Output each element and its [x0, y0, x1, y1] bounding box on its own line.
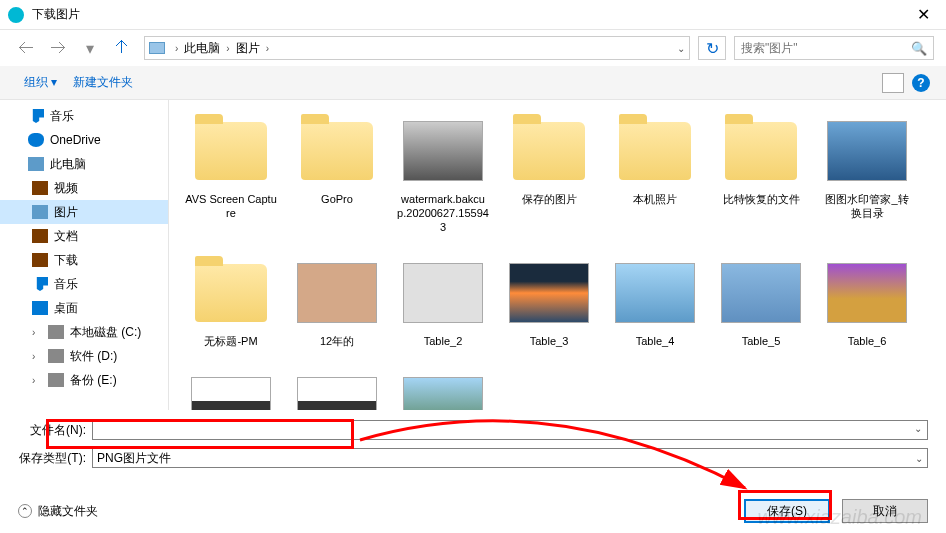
footer: ⌃ 隐藏文件夹 保存(S) 取消	[0, 489, 946, 533]
file-name: Table_4	[636, 334, 675, 348]
file-name: 图图水印管家_转换目录	[821, 192, 913, 220]
recent-dropdown[interactable]: ▾	[76, 36, 104, 60]
folder-icon	[301, 122, 373, 180]
sidebar-item-disk[interactable]: ›备份 (E:)	[0, 368, 168, 392]
sidebar-item-doc[interactable]: 文档	[0, 224, 168, 248]
file-item[interactable]	[397, 368, 489, 410]
search-box[interactable]: 🔍	[734, 36, 934, 60]
folder-icon	[619, 122, 691, 180]
sidebar-item-label: OneDrive	[50, 133, 101, 147]
file-item[interactable]: 图图水印管家_转换目录	[821, 112, 913, 234]
sidebar-item-label: 桌面	[54, 300, 78, 317]
sidebar-item-disk[interactable]: ›本地磁盘 (C:)	[0, 320, 168, 344]
image-thumbnail	[403, 121, 483, 181]
breadcrumb-item[interactable]: 此电脑	[182, 40, 222, 57]
hide-folders-toggle[interactable]: ⌃ 隐藏文件夹	[18, 503, 98, 520]
sidebar-item-pc[interactable]: 此电脑	[0, 152, 168, 176]
breadcrumb-dropdown[interactable]: ⌄	[677, 43, 685, 54]
chevron-right-icon: ›	[171, 43, 182, 54]
expand-icon: ›	[32, 375, 42, 386]
file-item[interactable]: 保存的图片	[503, 112, 595, 234]
file-name: watermark.bakcup.20200627.155943	[397, 192, 489, 234]
sidebar-item-music[interactable]: 音乐	[0, 104, 168, 128]
new-folder-button[interactable]: 新建文件夹	[65, 70, 141, 95]
breadcrumb[interactable]: › 此电脑 › 图片 › ⌄	[144, 36, 690, 60]
folder-icon	[195, 264, 267, 322]
sidebar-item-video[interactable]: 视频	[0, 176, 168, 200]
sidebar-item-label: 软件 (D:)	[70, 348, 117, 365]
image-thumbnail	[403, 263, 483, 323]
music-icon	[32, 277, 48, 291]
sidebar-item-label: 下载	[54, 252, 78, 269]
close-button[interactable]: ✕	[909, 5, 938, 24]
location-icon	[149, 42, 165, 54]
sidebar-item-desk[interactable]: 桌面	[0, 296, 168, 320]
folder-icon	[725, 122, 797, 180]
file-item[interactable]: Table_3	[503, 254, 595, 348]
image-thumbnail	[297, 377, 377, 410]
sidebar-item-pic[interactable]: 图片	[0, 200, 168, 224]
forward-button: 🡢	[44, 36, 72, 60]
search-input[interactable]	[741, 41, 911, 55]
cancel-button[interactable]: 取消	[842, 499, 928, 523]
doc-icon	[32, 229, 48, 243]
sidebar-item-label: 备份 (E:)	[70, 372, 117, 389]
file-item[interactable]	[291, 368, 383, 410]
file-item[interactable]	[185, 368, 277, 410]
save-button[interactable]: 保存(S)	[744, 499, 830, 523]
file-item[interactable]: 12年的	[291, 254, 383, 348]
onedrive-icon	[28, 133, 44, 147]
file-name: Table_5	[742, 334, 781, 348]
file-name: 保存的图片	[522, 192, 577, 206]
file-name: Table_6	[848, 334, 887, 348]
filetype-select[interactable]: PNG图片文件 ⌄	[92, 448, 928, 468]
pc-icon	[28, 157, 44, 171]
file-item[interactable]: 比特恢复的文件	[715, 112, 807, 234]
form-area: 文件名(N): ⌄ 保存类型(T): PNG图片文件 ⌄	[0, 410, 946, 486]
file-item[interactable]: Table_4	[609, 254, 701, 348]
sidebar-item-disk[interactable]: ›软件 (D:)	[0, 344, 168, 368]
filetype-label: 保存类型(T):	[10, 450, 92, 467]
up-button[interactable]: 🡡	[108, 36, 136, 60]
hide-folders-label: 隐藏文件夹	[38, 503, 98, 520]
file-item[interactable]: 本机照片	[609, 112, 701, 234]
file-item[interactable]: Table_2	[397, 254, 489, 348]
back-button[interactable]: 🡠	[12, 36, 40, 60]
organize-button[interactable]: 组织 ▾	[16, 70, 65, 95]
file-item[interactable]: watermark.bakcup.20200627.155943	[397, 112, 489, 234]
view-mode-button[interactable]	[882, 73, 904, 93]
file-item[interactable]: 无标题-PM	[185, 254, 277, 348]
toolbar: 组织 ▾ 新建文件夹 ?	[0, 66, 946, 100]
filename-dropdown[interactable]: ⌄	[914, 423, 922, 434]
file-item[interactable]: AVS Screen Capture	[185, 112, 277, 234]
desk-icon	[32, 301, 48, 315]
help-icon[interactable]: ?	[912, 74, 930, 92]
file-item[interactable]: Table_6	[821, 254, 913, 348]
window-title: 下载图片	[32, 6, 909, 23]
file-name: 本机照片	[633, 192, 677, 206]
file-name: Table_2	[424, 334, 463, 348]
sidebar: 音乐OneDrive此电脑视频图片文档下载音乐桌面›本地磁盘 (C:)›软件 (…	[0, 100, 169, 410]
breadcrumb-item[interactable]: 图片	[234, 40, 262, 57]
sidebar-item-onedrive[interactable]: OneDrive	[0, 128, 168, 152]
file-item[interactable]: Table_5	[715, 254, 807, 348]
image-thumbnail	[827, 121, 907, 181]
sidebar-item-music[interactable]: 音乐	[0, 272, 168, 296]
image-thumbnail	[721, 263, 801, 323]
image-thumbnail	[191, 377, 271, 410]
refresh-button[interactable]: ↻	[698, 36, 726, 60]
sidebar-item-label: 文档	[54, 228, 78, 245]
file-name: 比特恢复的文件	[723, 192, 800, 206]
file-grid-area[interactable]: AVS Screen CaptureGoProwatermark.bakcup.…	[169, 100, 946, 410]
sidebar-item-label: 图片	[54, 204, 78, 221]
image-thumbnail	[615, 263, 695, 323]
filename-label: 文件名(N):	[10, 422, 92, 439]
sidebar-item-dl[interactable]: 下载	[0, 248, 168, 272]
expand-icon: ›	[32, 327, 42, 338]
search-icon: 🔍	[911, 41, 927, 56]
sidebar-item-label: 本地磁盘 (C:)	[70, 324, 141, 341]
sidebar-item-label: 此电脑	[50, 156, 86, 173]
disk-icon	[48, 373, 64, 387]
file-item[interactable]: GoPro	[291, 112, 383, 234]
filename-input[interactable]	[92, 420, 928, 440]
